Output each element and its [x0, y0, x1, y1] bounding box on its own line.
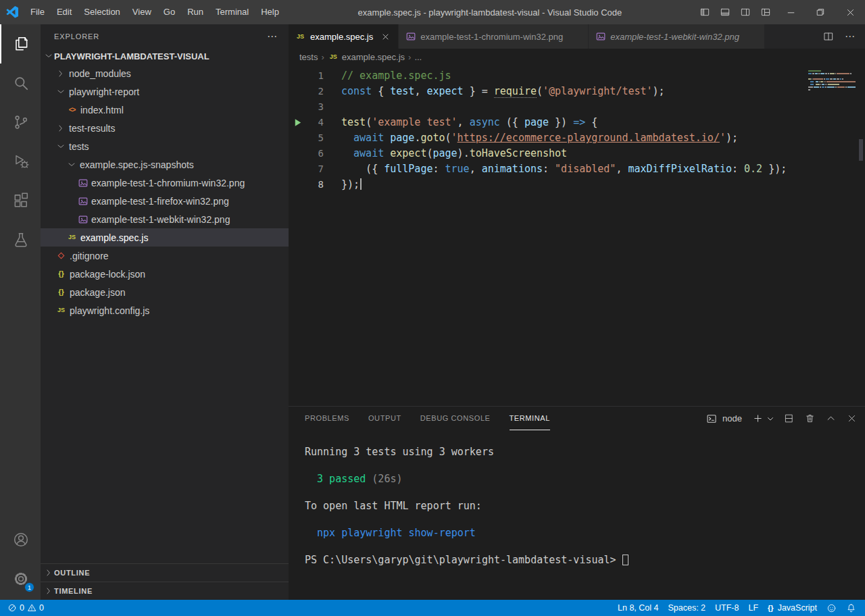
- tree-file-example-test-1-chromium-win32-png[interactable]: example-test-1-chromium-win32.png: [41, 174, 289, 192]
- kill-terminal-icon[interactable]: [803, 412, 816, 426]
- breadcrumb-tests[interactable]: tests: [299, 52, 318, 62]
- code-line-4: 4test('example test', async ({ page }) =…: [289, 115, 856, 130]
- image-file-icon: [77, 214, 89, 225]
- activitybar-run-and-debug-icon[interactable]: [0, 142, 41, 181]
- tree-item-label: tests: [69, 141, 89, 152]
- close-tab-icon[interactable]: [378, 30, 392, 43]
- tree-file-index-html[interactable]: <>index.html: [41, 101, 289, 119]
- editor-more-actions-icon[interactable]: ⋯: [845, 30, 856, 43]
- vscode-window: FileEditSelectionViewGoRunTerminalHelp e…: [0, 0, 865, 616]
- section-outline[interactable]: OUTLINE: [41, 563, 289, 582]
- panel-header: PROBLEMSOUTPUTDEBUG CONSOLETERMINAL node: [289, 407, 865, 430]
- panel-tab-problems[interactable]: PROBLEMS: [305, 407, 349, 430]
- new-terminal-icon[interactable]: [751, 412, 764, 426]
- notifications-bell-icon[interactable]: [841, 600, 861, 616]
- terminal-shell-selector[interactable]: node: [705, 412, 742, 426]
- terminal-line: [305, 459, 865, 472]
- run-test-icon[interactable]: [289, 115, 306, 130]
- line-number: 3: [306, 99, 324, 115]
- toggle-primary-sidebar-icon[interactable]: [695, 0, 715, 24]
- minimap[interactable]: [807, 69, 856, 93]
- panel-tab-terminal[interactable]: TERMINAL: [510, 407, 550, 430]
- restore-button[interactable]: [806, 0, 835, 24]
- close-window-button[interactable]: [835, 0, 865, 24]
- feedback-icon[interactable]: [822, 600, 841, 616]
- status-eol[interactable]: LF: [743, 600, 763, 616]
- html-file-icon: <>: [66, 105, 78, 116]
- tree-file-gitignore[interactable]: .gitignore: [41, 247, 289, 265]
- terminal-line: [305, 513, 865, 526]
- terminal-dropdown-icon[interactable]: [766, 412, 774, 426]
- tree-folder-playwright-report[interactable]: playwright-report: [41, 82, 289, 101]
- customize-layout-icon[interactable]: [756, 0, 776, 24]
- menu-selection[interactable]: Selection: [78, 0, 126, 24]
- terminal-line: Running 3 tests using 3 workers: [305, 445, 865, 459]
- tab-example-test-1-webkit-win32-png[interactable]: example-test-1-webkit-win32.png: [589, 24, 765, 49]
- split-editor-icon[interactable]: [822, 30, 835, 43]
- panel-tab-debug-console[interactable]: DEBUG CONSOLE: [420, 407, 491, 430]
- menu-terminal[interactable]: Terminal: [209, 0, 255, 24]
- error-count: 0: [20, 603, 24, 613]
- explorer-more-actions-icon[interactable]: ⋯: [267, 30, 278, 43]
- split-terminal-icon[interactable]: [782, 412, 795, 426]
- menu-help[interactable]: Help: [255, 0, 285, 24]
- menu-edit[interactable]: Edit: [51, 0, 78, 24]
- error-icon: [7, 603, 17, 613]
- close-panel-icon[interactable]: [845, 412, 858, 426]
- tree-folder-node-modules[interactable]: node_modules: [41, 64, 289, 82]
- menu-run[interactable]: Run: [181, 0, 209, 24]
- tree-folder-example-spec-js-snapshots[interactable]: example.spec.js-snapshots: [41, 155, 289, 174]
- status-language[interactable]: {}JavaScript: [763, 600, 822, 616]
- breadcrumb-[interactable]: ...: [414, 52, 422, 62]
- minimize-button[interactable]: [776, 0, 806, 24]
- activitybar-explorer-icon[interactable]: [0, 24, 41, 63]
- toggle-panel-icon[interactable]: [715, 0, 735, 24]
- chevron-down-icon: [55, 141, 66, 152]
- tree-item-label: playwright-report: [69, 86, 139, 97]
- terminal-cursor: [622, 555, 628, 565]
- activitybar-source-control-icon[interactable]: [0, 103, 41, 142]
- section-timeline[interactable]: TIMELINE: [41, 582, 289, 600]
- toggle-secondary-sidebar-icon[interactable]: [735, 0, 756, 24]
- git-file-icon: [55, 251, 67, 261]
- status-cursor-position[interactable]: Ln 8, Col 4: [613, 600, 663, 616]
- breadcrumb-example-spec-js[interactable]: JSexample.spec.js: [328, 51, 405, 62]
- problems-indicator[interactable]: 00: [3, 600, 49, 616]
- activitybar-accounts-icon[interactable]: [0, 520, 41, 559]
- terminal-output[interactable]: Running 3 tests using 3 workers 3 passed…: [289, 430, 865, 600]
- code-editor[interactable]: 1// example.spec.js2const { test, expect…: [289, 65, 865, 406]
- status-encoding[interactable]: UTF-8: [710, 600, 743, 616]
- tree-item-label: node_modules: [69, 68, 131, 79]
- menu-go[interactable]: Go: [157, 0, 181, 24]
- editor-scrollbar[interactable]: [859, 139, 863, 161]
- chevron-down-icon: [66, 159, 77, 170]
- tree-file-package-lock-json[interactable]: {}package-lock.json: [41, 265, 289, 283]
- panel-tab-output[interactable]: OUTPUT: [368, 407, 401, 430]
- activitybar-manage-icon[interactable]: 1: [0, 559, 41, 598]
- activitybar-testing-icon[interactable]: [0, 220, 41, 259]
- tab-example-test-1-chromium-win32-png[interactable]: example-test-1-chromium-win32.png: [399, 24, 589, 49]
- chevron-down-icon: [55, 86, 66, 97]
- tree-file-example-test-1-webkit-win32-png[interactable]: example-test-1-webkit-win32.png: [41, 210, 289, 228]
- tree-folder-tests[interactable]: tests: [41, 137, 289, 155]
- tree-file-example-test-1-firefox-win32-png[interactable]: example-test-1-firefox-win32.png: [41, 192, 289, 210]
- terminal-shell-label: node: [722, 413, 742, 424]
- warning-count: 0: [39, 603, 44, 613]
- tab-example-spec-js[interactable]: JSexample.spec.js: [289, 24, 399, 49]
- activitybar-extensions-icon[interactable]: [0, 181, 41, 220]
- activitybar-search-icon[interactable]: [0, 63, 41, 103]
- tree-file-example-spec-js[interactable]: JSexample.spec.js: [41, 228, 289, 247]
- sidebar-title: EXPLORER: [54, 32, 99, 41]
- maximize-panel-icon[interactable]: [824, 412, 837, 426]
- tree-folder-test-results[interactable]: test-results: [41, 119, 289, 137]
- status-indentation[interactable]: Spaces: 2: [663, 600, 710, 616]
- tree-file-package-json[interactable]: {}package.json: [41, 283, 289, 301]
- code-line-6: 6 await expect(page).toHaveScreenshot: [289, 146, 856, 161]
- explorer-root-folder[interactable]: PLAYWRIGHT-LAMBDATEST-VISUAL: [41, 48, 289, 64]
- menu-file[interactable]: File: [24, 0, 51, 24]
- image-file-icon: [405, 31, 416, 42]
- tree-item-label: package.json: [70, 287, 126, 298]
- tree-file-playwright-config-js[interactable]: JSplaywright.config.js: [41, 301, 289, 319]
- code-line-1: 1// example.spec.js: [289, 68, 856, 84]
- menu-view[interactable]: View: [126, 0, 157, 24]
